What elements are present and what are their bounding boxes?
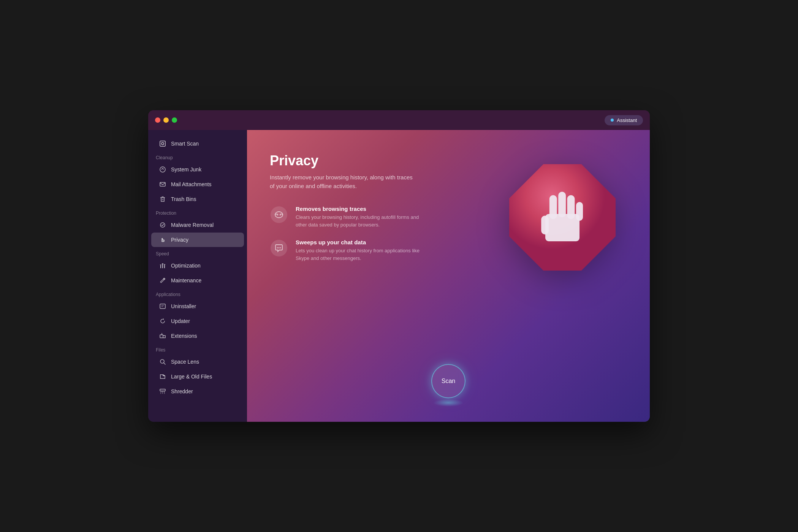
close-button[interactable] — [155, 117, 160, 123]
feature-list: Removes browsing traces Clears your brow… — [270, 206, 437, 262]
svg-rect-18 — [541, 216, 549, 235]
main-area: Privacy Instantly remove your browsing h… — [247, 130, 650, 422]
mail-attachments-icon — [159, 180, 166, 188]
feature-chat-data: Sweeps up your chat data Lets you clean … — [270, 239, 437, 262]
system-junk-icon — [159, 166, 166, 173]
chat-data-icon-wrap — [270, 239, 288, 257]
space-lens-icon — [159, 358, 166, 366]
hand-svg — [532, 183, 593, 252]
svg-rect-22 — [576, 202, 583, 221]
svg-point-27 — [279, 247, 280, 249]
sidebar-item-uninstaller[interactable]: Uninstaller — [151, 299, 244, 314]
svg-rect-21 — [567, 195, 575, 219]
trash-bins-label: Trash Bins — [171, 196, 196, 202]
assistant-label: Assistant — [617, 117, 637, 123]
svg-point-1 — [162, 142, 164, 145]
sidebar: Smart Scan Cleanup System Junk — [148, 130, 247, 422]
maximize-button[interactable] — [172, 117, 177, 123]
feature-browsing-traces: Removes browsing traces Clears your brow… — [270, 206, 437, 228]
octagon-background — [505, 160, 619, 274]
titlebar: Assistant — [148, 110, 650, 130]
privacy-illustration — [498, 145, 627, 290]
uninstaller-icon — [159, 302, 166, 310]
system-junk-label: System Junk — [171, 166, 201, 173]
svg-point-25 — [280, 214, 282, 215]
svg-point-28 — [280, 247, 281, 249]
maintenance-icon — [159, 277, 166, 284]
large-old-files-icon — [159, 373, 166, 380]
sidebar-item-extensions[interactable]: Extensions — [151, 329, 244, 343]
svg-rect-20 — [558, 192, 566, 218]
malware-removal-label: Malware Removal — [171, 222, 214, 228]
scan-button-wrap: Scan — [431, 364, 466, 407]
mail-attachments-label: Mail Attachments — [171, 181, 212, 187]
chat-data-desc: Lets you clean up your chat history from… — [296, 247, 425, 262]
space-lens-label: Space Lens — [171, 359, 199, 365]
large-old-files-label: Large & Old Files — [171, 374, 212, 380]
chat-data-icon — [271, 240, 287, 256]
extensions-icon — [159, 332, 166, 340]
section-label-speed: Speed — [148, 247, 247, 258]
section-label-applications: Applications — [148, 288, 247, 299]
sidebar-item-malware-removal[interactable]: Malware Removal — [151, 218, 244, 232]
svg-point-23 — [275, 212, 283, 218]
scan-button-label: Scan — [442, 378, 455, 385]
privacy-label: Privacy — [171, 237, 188, 243]
svg-rect-0 — [160, 141, 165, 146]
minimize-button[interactable] — [163, 117, 169, 123]
svg-rect-12 — [160, 304, 165, 309]
sidebar-item-smart-scan[interactable]: Smart Scan — [151, 136, 244, 151]
trash-bins-icon — [159, 195, 166, 203]
section-label-files: Files — [148, 344, 247, 354]
scan-button[interactable]: Scan — [431, 364, 466, 398]
sidebar-item-updater[interactable]: Updater — [151, 314, 244, 328]
scan-button-glow — [433, 399, 464, 407]
privacy-icon — [159, 236, 166, 244]
sidebar-item-maintenance[interactable]: Maintenance — [151, 273, 244, 288]
browsing-traces-icon — [271, 206, 287, 223]
browsing-traces-text: Removes browsing traces Clears your brow… — [296, 206, 425, 228]
assistant-dot — [611, 119, 614, 122]
uninstaller-label: Uninstaller — [171, 303, 196, 309]
sidebar-item-mail-attachments[interactable]: Mail Attachments — [151, 177, 244, 192]
browsing-traces-icon-wrap — [270, 206, 288, 224]
optimization-label: Optimization — [171, 263, 201, 269]
traffic-lights — [155, 117, 177, 123]
svg-point-2 — [160, 167, 165, 172]
svg-rect-19 — [549, 195, 557, 219]
extensions-label: Extensions — [171, 333, 197, 339]
chat-data-title: Sweeps up your chat data — [296, 239, 425, 245]
browsing-traces-desc: Clears your browsing history, including … — [296, 214, 425, 228]
sidebar-item-space-lens[interactable]: Space Lens — [151, 355, 244, 369]
sidebar-item-trash-bins[interactable]: Trash Bins — [151, 192, 244, 206]
main-content: Smart Scan Cleanup System Junk — [148, 130, 650, 422]
section-label-cleanup: Cleanup — [148, 151, 247, 162]
updater-label: Updater — [171, 318, 190, 324]
sidebar-item-large-old-files[interactable]: Large & Old Files — [151, 369, 244, 384]
sidebar-item-privacy[interactable]: Privacy — [151, 233, 244, 247]
assistant-button[interactable]: Assistant — [605, 115, 643, 125]
smart-scan-label: Smart Scan — [171, 141, 199, 147]
svg-point-24 — [277, 214, 279, 215]
svg-rect-13 — [160, 335, 163, 338]
sidebar-sections: Cleanup System Junk — [148, 151, 247, 399]
shredder-label: Shredder — [171, 388, 193, 394]
shredder-icon — [159, 388, 166, 395]
maintenance-label: Maintenance — [171, 277, 201, 283]
svg-rect-15 — [160, 389, 165, 391]
browsing-traces-title: Removes browsing traces — [296, 206, 425, 212]
sidebar-item-system-junk[interactable]: System Junk — [151, 162, 244, 177]
page-subtitle: Instantly remove your browsing history, … — [270, 173, 414, 190]
updater-icon — [159, 317, 166, 325]
section-label-protection: Protection — [148, 207, 247, 217]
app-window: Assistant Smart Scan Cleanup — [148, 110, 650, 422]
smart-scan-icon — [159, 140, 166, 147]
malware-removal-icon — [159, 221, 166, 229]
optimization-icon — [159, 262, 166, 269]
svg-point-26 — [277, 247, 278, 249]
svg-rect-3 — [160, 182, 165, 186]
chat-data-text: Sweeps up your chat data Lets you clean … — [296, 239, 425, 262]
svg-rect-17 — [545, 214, 580, 241]
sidebar-item-optimization[interactable]: Optimization — [151, 258, 244, 273]
sidebar-item-shredder[interactable]: Shredder — [151, 384, 244, 399]
